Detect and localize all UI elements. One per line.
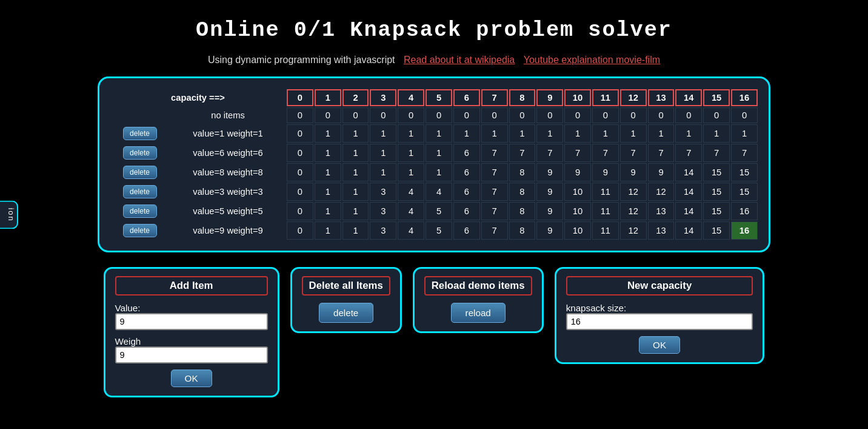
value-cell: 7 xyxy=(481,144,508,162)
knapsack-size-label: knapsack size: xyxy=(566,303,753,335)
value-cell: 1 xyxy=(453,124,480,143)
value-cell: 7 xyxy=(731,144,758,162)
value-cell: 0 xyxy=(703,107,730,123)
value-cell: 4 xyxy=(398,183,424,201)
value-cell: 1 xyxy=(731,124,758,143)
cap-3: 3 xyxy=(370,89,396,106)
wikipedia-link[interactable]: Read about it at wikipedia xyxy=(404,55,515,65)
value-cell: 6 xyxy=(453,144,480,162)
capacity-label: capacity ==> xyxy=(110,89,285,106)
delete-row-button[interactable]: delete xyxy=(123,204,157,218)
knapsack-table: capacity ==> 0 1 2 3 4 5 6 7 8 9 10 11 1… xyxy=(109,88,759,241)
value-cell: 1 xyxy=(398,163,424,181)
value-cell: 6 xyxy=(453,202,480,220)
value-cell: 1 xyxy=(315,163,341,181)
value-cell: 0 xyxy=(620,107,647,123)
value-cell: 0 xyxy=(287,107,313,123)
value-cell: 1 xyxy=(620,124,647,143)
cap-1: 1 xyxy=(315,89,341,106)
value-cell: 0 xyxy=(287,163,313,181)
table-row: deletevalue=6 weight=601111167777777777 xyxy=(110,144,758,162)
value-cell: 7 xyxy=(481,221,508,240)
value-cell: 1 xyxy=(592,124,619,143)
delete-row-button[interactable]: delete xyxy=(123,127,157,140)
reload-panel: Reload demo items reload xyxy=(413,267,544,333)
delete-row-button[interactable]: delete xyxy=(123,224,157,237)
capacity-ok-button[interactable]: OK xyxy=(639,336,680,354)
reload-panel-title: Reload demo items xyxy=(424,276,532,296)
table-row: no items00000000000000000 xyxy=(110,107,758,123)
value-cell: 9 xyxy=(648,163,675,181)
cap-11: 11 xyxy=(592,89,619,106)
value-cell: 0 xyxy=(675,107,702,123)
weight-label: Weigh xyxy=(115,336,268,368)
table-row: deletevalue=1 weight=101111111111111111 xyxy=(110,124,758,143)
value-cell: 1 xyxy=(703,124,730,143)
value-cell: 7 xyxy=(620,144,647,162)
value-cell: 7 xyxy=(592,144,619,162)
main-table-container: capacity ==> 0 1 2 3 4 5 6 7 8 9 10 11 1… xyxy=(98,76,770,252)
value-cell: 1 xyxy=(426,144,452,162)
add-item-ok-button[interactable]: OK xyxy=(171,370,212,387)
value-cell: 0 xyxy=(648,107,675,123)
subtitle-area: Using dynamic programming with javascrip… xyxy=(0,55,868,66)
value-cell: 14 xyxy=(675,183,702,201)
value-cell: 1 xyxy=(342,202,369,220)
value-cell: 0 xyxy=(426,107,452,123)
delete-row-button[interactable]: delete xyxy=(123,185,157,198)
value-cell: 7 xyxy=(509,144,536,162)
reload-button[interactable]: reload xyxy=(451,303,506,323)
value-cell: 10 xyxy=(564,202,591,220)
value-cell: 0 xyxy=(536,107,563,123)
value-cell: 7 xyxy=(648,144,675,162)
value-cell: 8 xyxy=(509,221,536,240)
value-cell: 13 xyxy=(648,202,675,220)
value-cell: 5 xyxy=(426,221,452,240)
value-cell: 1 xyxy=(426,163,452,181)
value-input[interactable] xyxy=(115,313,268,330)
value-cell: 12 xyxy=(620,221,647,240)
cap-2: 2 xyxy=(342,89,369,106)
table-row: deletevalue=5 weight=5011345678910111213… xyxy=(110,202,758,220)
item-label: value=9 weight=9 xyxy=(170,221,285,240)
capacity-panel-title: New capacity xyxy=(566,276,753,296)
capacity-input[interactable] xyxy=(566,313,753,330)
cap-7: 7 xyxy=(481,89,508,106)
delete-row-button[interactable]: delete xyxy=(123,146,157,160)
value-cell: 10 xyxy=(564,221,591,240)
value-cell: 9 xyxy=(536,202,563,220)
value-cell: 0 xyxy=(564,107,591,123)
value-cell: 6 xyxy=(453,183,480,201)
value-cell: 0 xyxy=(287,183,313,201)
add-item-panel: Add Item Value: Weigh OK xyxy=(104,267,279,397)
value-cell: 4 xyxy=(398,202,424,220)
delete-row-button[interactable]: delete xyxy=(123,166,157,179)
value-cell: 1 xyxy=(398,144,424,162)
cap-9: 9 xyxy=(536,89,563,106)
value-cell: 1 xyxy=(675,124,702,143)
youtube-link[interactable]: Youtube explaination movie-film xyxy=(524,55,660,65)
value-cell: 6 xyxy=(453,163,480,181)
value-cell: 1 xyxy=(370,163,396,181)
value-cell: 9 xyxy=(536,183,563,201)
value-cell: 9 xyxy=(592,163,619,181)
cap-15: 15 xyxy=(703,89,730,106)
value-cell: 7 xyxy=(536,144,563,162)
cap-8: 8 xyxy=(509,89,536,106)
value-cell: 4 xyxy=(426,183,452,201)
weight-input[interactable] xyxy=(115,346,268,363)
value-cell: 1 xyxy=(315,221,341,240)
value-cell: 9 xyxy=(620,163,647,181)
value-cell: 13 xyxy=(648,221,675,240)
value-cell: 1 xyxy=(342,124,369,143)
value-cell: 11 xyxy=(592,183,619,201)
value-cell: 3 xyxy=(370,202,396,220)
value-cell: 3 xyxy=(370,183,396,201)
delete-all-button[interactable]: delete xyxy=(319,303,373,323)
page-title: Online 0/1 Knapsack problem solver xyxy=(0,0,868,55)
value-cell: 7 xyxy=(675,144,702,162)
value-cell: 11 xyxy=(592,202,619,220)
value-cell: 0 xyxy=(509,107,536,123)
value-cell: 1 xyxy=(342,144,369,162)
item-label: value=5 weight=5 xyxy=(170,202,285,220)
